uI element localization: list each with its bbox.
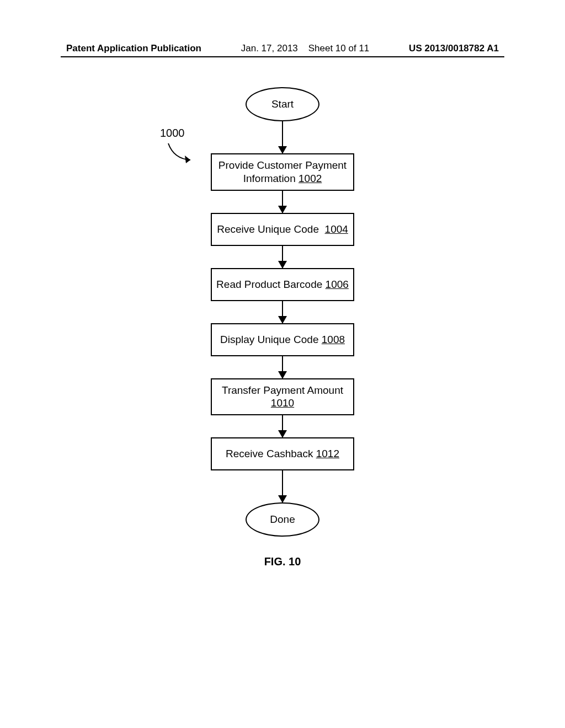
step-ref: 1006 [326,279,349,290]
step-1006: Read Product Barcode 1006 [211,268,354,301]
step-text: Receive Cashback 1012 [226,447,339,461]
step-ref: 1008 [322,334,345,345]
flow-arrow-icon [282,246,283,268]
step-text: Provide Customer Payment Information 100… [216,159,349,185]
flow-arrow-icon [282,470,283,502]
done-label: Done [270,513,295,526]
page: Patent Application Publication Jan. 17, … [0,0,565,728]
terminator-done: Done [246,502,319,537]
terminator-start: Start [246,87,319,121]
step-1012: Receive Cashback 1012 [211,437,354,470]
page-header: Patent Application Publication Jan. 17, … [0,43,565,54]
header-rule [61,56,504,57]
step-text: Receive Unique Code 1004 [217,223,348,236]
header-sheet: Sheet 10 of 11 [308,43,370,53]
start-label: Start [271,98,294,110]
flow-arrow-icon [282,356,283,378]
flow-arrow-icon [282,121,283,153]
step-1004: Receive Unique Code 1004 [211,213,354,246]
step-ref: 1012 [316,448,339,459]
flow-arrow-icon [282,415,283,437]
step-ref: 1010 [271,397,294,409]
header-date: Jan. 17, 2013 [241,43,298,53]
header-pubno: US 2013/0018782 A1 [409,43,499,54]
step-1008: Display Unique Code 1008 [211,323,354,356]
step-text: Read Product Barcode 1006 [216,278,349,291]
flow-arrow-icon [282,301,283,323]
flow-arrow-icon [282,191,283,213]
step-1002: Provide Customer Payment Information 100… [211,153,354,191]
flowchart: Start Provide Customer Payment Informati… [0,87,565,568]
step-text: Display Unique Code 1008 [220,333,345,346]
header-mid: Jan. 17, 2013 Sheet 10 of 11 [241,43,370,54]
step-ref: 1002 [299,173,322,184]
header-left: Patent Application Publication [66,43,201,54]
step-ref: 1004 [325,223,348,235]
step-text: Transfer Payment Amount 1010 [222,384,343,410]
figure-label: FIG. 10 [264,555,301,568]
step-1010: Transfer Payment Amount 1010 [211,378,354,416]
